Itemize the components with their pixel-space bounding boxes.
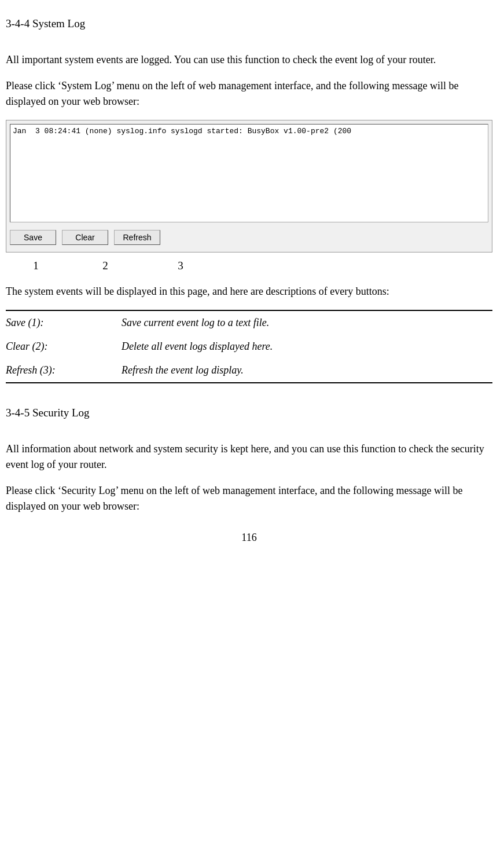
table-row-clear: Clear (2): Delete all event logs display… [6,335,492,358]
log-box-wrapper: Save Clear Refresh [6,120,492,252]
section1-title: 3-4-4 System Log [6,17,492,30]
description-table: Save (1): Save current event log to a te… [6,310,492,383]
save-desc: Save current event log to a text file. [122,310,492,335]
button-number-labels: 1 2 3 [6,259,492,272]
clear-desc: Delete all event logs displayed here. [122,335,492,358]
table-row-save: Save (1): Save current event log to a te… [6,310,492,335]
button-number-3: 3 [157,259,204,272]
button-number-1: 1 [13,259,59,272]
section1-para1: All important system events are logged. … [6,52,492,68]
button-number-2: 2 [82,259,128,272]
section2-para1: All information about network and system… [6,441,492,473]
section2-para2: Please click ‘Security Log’ menu on the … [6,483,492,514]
refresh-button[interactable]: Refresh [114,230,160,245]
refresh-label: Refresh (3): [6,358,122,383]
save-button[interactable]: Save [10,230,56,245]
save-label: Save (1): [6,310,122,335]
clear-button[interactable]: Clear [62,230,108,245]
log-textarea[interactable] [10,124,488,222]
clear-label: Clear (2): [6,335,122,358]
table-row-refresh: Refresh (3): Refresh the event log displ… [6,358,492,383]
section2-title: 3-4-5 Security Log [6,407,492,419]
refresh-desc: Refresh the event log display. [122,358,492,383]
page-number: 116 [6,532,492,544]
description-intro: The system events will be displayed in t… [6,284,492,299]
section1-para2: Please click ‘System Log’ menu on the le… [6,78,492,109]
